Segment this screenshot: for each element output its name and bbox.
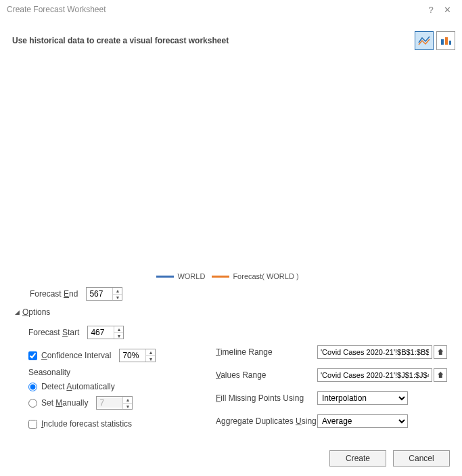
include-stats-label: Include forecast statistics	[41, 419, 132, 429]
create-button[interactable]: Create	[329, 450, 386, 467]
timeline-range-button[interactable]: 🡅	[434, 345, 447, 359]
legend-item: WORLD	[156, 272, 205, 280]
forecast-end-spinner[interactable]: ▲▼	[86, 287, 122, 301]
range-select-icon: 🡅	[437, 371, 444, 379]
line-chart-button[interactable]	[415, 31, 434, 50]
confidence-checkbox[interactable]	[28, 351, 37, 360]
svg-rect-1	[445, 37, 448, 45]
include-stats-checkbox[interactable]	[28, 420, 37, 429]
chart-type-group	[415, 31, 455, 50]
line-chart-icon	[418, 36, 430, 45]
season-manual-label: Set Manually	[41, 398, 88, 408]
svg-rect-2	[449, 41, 451, 45]
legend-swatch	[212, 276, 229, 278]
close-button[interactable]: ✕	[439, 5, 455, 15]
chart-preview	[12, 64, 450, 267]
legend-swatch	[156, 276, 174, 278]
forecast-start-label: Forecast Start	[28, 328, 79, 337]
confidence-input[interactable]	[120, 351, 145, 360]
fill-select[interactable]: Interpolation	[317, 391, 408, 405]
chart-legend: WORLDForecast( WORLD )	[12, 272, 450, 280]
aggregate-select[interactable]: Average	[317, 414, 408, 428]
instruction-text: Use historical data to create a visual f…	[12, 36, 229, 45]
legend-item: Forecast( WORLD )	[212, 272, 298, 280]
forecast-start-spinner[interactable]: ▲▼	[87, 326, 124, 339]
timeline-label: Timeline Range	[216, 347, 317, 357]
aggregate-label: Aggregate Duplicates Using	[216, 416, 317, 426]
cancel-button[interactable]: Cancel	[393, 450, 450, 467]
timeline-input[interactable]	[317, 345, 432, 359]
season-auto-label: Detect Automatically	[41, 382, 115, 391]
values-label: Values Range	[216, 370, 317, 380]
spin-down-icon[interactable]: ▼	[113, 294, 122, 300]
instruction-row: Use historical data to create a visual f…	[0, 19, 462, 50]
forecast-end-label: Forecast End	[30, 289, 78, 299]
legend-label: WORLD	[177, 272, 205, 280]
legend-label: Forecast( WORLD )	[233, 272, 298, 280]
season-manual-input	[97, 398, 122, 408]
window-title: Create Forecast Worksheet	[7, 5, 423, 14]
range-select-icon: 🡅	[437, 348, 444, 356]
column-chart-icon	[440, 36, 452, 45]
season-auto-radio[interactable]	[28, 383, 37, 391]
spin-up-icon[interactable]: ▲	[113, 288, 122, 294]
options-toggle[interactable]: ◢ Options	[15, 307, 447, 317]
column-chart-button[interactable]	[436, 31, 455, 50]
forecast-end-input[interactable]	[87, 289, 112, 299]
forecast-start-input[interactable]	[88, 328, 114, 337]
seasonality-heading: Seasonality	[28, 368, 195, 377]
season-manual-radio[interactable]	[28, 399, 37, 408]
dialog-footer: Create Cancel	[329, 450, 450, 467]
values-range-button[interactable]: 🡅	[434, 368, 447, 382]
fill-label: Fill Missing Points Using	[216, 393, 317, 403]
svg-rect-0	[441, 39, 444, 45]
confidence-label: Confidence Interval	[41, 351, 111, 360]
values-input[interactable]	[317, 368, 432, 382]
expand-icon: ◢	[15, 309, 20, 316]
confidence-spinner[interactable]: ▲▼	[119, 349, 156, 362]
help-button[interactable]: ?	[423, 5, 439, 15]
chart-svg	[12, 64, 450, 267]
titlebar: Create Forecast Worksheet ? ✕	[0, 0, 462, 19]
season-manual-spinner: ▲▼	[96, 396, 133, 410]
